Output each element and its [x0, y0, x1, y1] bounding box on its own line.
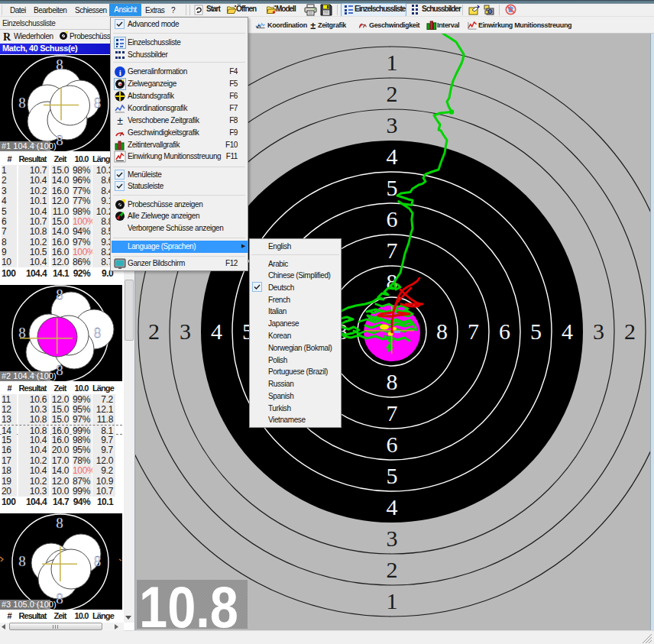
svg-text:8: 8: [56, 515, 63, 531]
svg-text:5: 5: [530, 319, 542, 344]
svg-text:7: 7: [387, 400, 398, 426]
svg-text:6: 6: [499, 319, 510, 344]
svg-text:8: 8: [18, 553, 26, 569]
svg-text:8: 8: [18, 95, 26, 111]
svg-text:8: 8: [94, 95, 102, 111]
svg-text:3: 3: [593, 319, 604, 344]
svg-text:4: 4: [387, 144, 398, 169]
svg-text:10.8: 10.8: [139, 580, 238, 629]
svg-text:2: 2: [624, 319, 636, 344]
svg-text:#3 105.0 (100): #3 105.0 (100): [2, 600, 57, 609]
svg-text:4: 4: [562, 319, 573, 344]
svg-text:1: 1: [387, 588, 398, 613]
svg-text:5: 5: [387, 463, 398, 488]
svg-text:±: ±: [310, 21, 316, 31]
svg-text:6: 6: [387, 432, 398, 457]
svg-text:8: 8: [94, 553, 102, 569]
svg-text:8: 8: [18, 325, 26, 341]
svg-text:2: 2: [148, 319, 160, 344]
svg-text:4: 4: [211, 319, 222, 344]
svg-text:2: 2: [387, 557, 398, 582]
svg-text:5: 5: [387, 175, 398, 200]
svg-text:8: 8: [56, 362, 63, 378]
svg-text:8: 8: [436, 319, 448, 344]
svg-text:i: i: [119, 68, 121, 77]
svg-text:#2 104.4 (100): #2 104.4 (100): [2, 371, 57, 380]
svg-text:1: 1: [387, 50, 398, 75]
svg-text:8: 8: [94, 325, 102, 341]
svg-text:8: 8: [56, 286, 63, 303]
svg-text:8: 8: [56, 591, 63, 607]
svg-text:3: 3: [180, 319, 191, 344]
svg-text:8: 8: [387, 369, 398, 394]
svg-text:3: 3: [387, 112, 398, 138]
svg-text:7: 7: [387, 238, 398, 263]
svg-text:8: 8: [56, 132, 63, 148]
svg-text:2: 2: [387, 81, 398, 106]
svg-text:8: 8: [56, 57, 63, 73]
svg-text:6: 6: [387, 206, 398, 231]
svg-text:4: 4: [387, 494, 398, 519]
svg-text:7: 7: [468, 319, 479, 344]
svg-text:3: 3: [387, 526, 398, 551]
svg-text:±: ±: [117, 115, 123, 127]
svg-text:#1 104.4 (100): #1 104.4 (100): [2, 141, 57, 150]
